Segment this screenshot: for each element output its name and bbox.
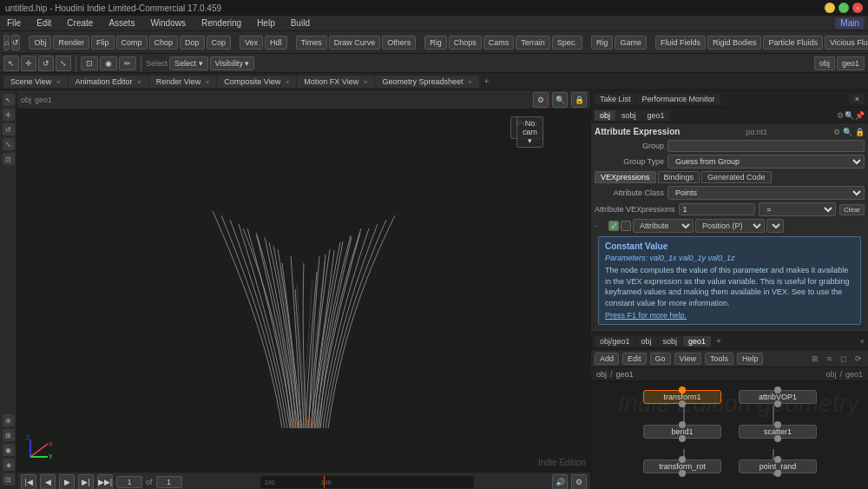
vp-settings2[interactable]: ⚙ xyxy=(571,474,587,490)
tool-obj[interactable]: Obj xyxy=(29,36,51,50)
tab-close-mfx[interactable]: × xyxy=(364,78,368,86)
vp-play-back[interactable]: |◀ xyxy=(21,474,36,490)
tool-brush[interactable]: ✏ xyxy=(119,56,136,70)
sidebar-bottom1[interactable]: ⊕ xyxy=(3,414,15,426)
node-scatter1[interactable]: scatter1 xyxy=(739,425,817,439)
attr-extra-select[interactable]: ▾ xyxy=(766,219,784,233)
tool-home[interactable]: ⌂ xyxy=(3,35,10,50)
vp-lock[interactable]: 🔒 xyxy=(571,92,587,108)
end-frame-input[interactable] xyxy=(156,476,182,488)
close-button[interactable]: × xyxy=(852,3,863,13)
menu-assets[interactable]: Assets xyxy=(105,17,138,29)
maximize-button[interactable]: □ xyxy=(838,3,849,13)
menu-edit[interactable]: Edit xyxy=(33,17,55,29)
ng-breadcrumb-obj[interactable]: obj xyxy=(596,370,607,379)
ae-grouptype-select[interactable]: Guess from Group xyxy=(667,155,865,169)
add-tab-button[interactable]: + xyxy=(480,75,494,88)
attr-extra-checkbox[interactable] xyxy=(621,221,631,231)
ng-breadcrumb-geo1[interactable]: geo1 xyxy=(616,370,634,379)
ng-go-btn[interactable]: Go xyxy=(650,353,671,365)
ng-add-tab[interactable]: + xyxy=(712,334,726,347)
tool-times[interactable]: Times xyxy=(296,36,327,50)
menu-rendering[interactable]: Rendering xyxy=(198,17,245,29)
vp-step-fwd[interactable]: ▶| xyxy=(78,474,94,490)
ae-vex-tab-vex[interactable]: VEXpressions xyxy=(595,171,656,183)
node-transform-rot[interactable]: transform_rot xyxy=(643,459,721,473)
tool-draw[interactable]: Draw Curve xyxy=(329,36,381,50)
menu-build[interactable]: Build xyxy=(287,17,313,29)
tool-rotate[interactable]: ↺ xyxy=(38,56,54,71)
tab-close-comp[interactable]: × xyxy=(286,78,290,86)
tool-render[interactable]: Render xyxy=(53,36,89,50)
tool-cams[interactable]: Cams xyxy=(483,36,515,50)
tab-animation[interactable]: Animation Editor × xyxy=(69,76,148,88)
tool-move[interactable]: ✛ xyxy=(21,56,36,71)
node-point-rand[interactable]: point_rand xyxy=(739,459,817,473)
rp-search-icon[interactable]: 🔍 xyxy=(845,111,854,120)
ae-attrvex-input[interactable] xyxy=(679,203,756,215)
ng-icon3[interactable]: ◻ xyxy=(838,354,849,364)
sidebar-scale[interactable]: ⤡ xyxy=(3,138,15,150)
sidebar-bottom5[interactable]: ⊡ xyxy=(3,473,15,486)
tool-vex[interactable]: Vex xyxy=(240,36,263,50)
ng-icon4[interactable]: ⟳ xyxy=(852,354,865,364)
tool-fluid[interactable]: Fluid Fields xyxy=(655,36,706,50)
tool-composite[interactable]: Comp xyxy=(116,36,148,50)
tool-dop[interactable]: Dop xyxy=(180,36,205,50)
ng-tab-geo1[interactable]: geo1 xyxy=(683,336,711,347)
sidebar-handle[interactable]: ⊡ xyxy=(3,153,15,165)
tab-geospread[interactable]: Geometry Spreadsheet × xyxy=(375,76,478,88)
timeline-bar[interactable]: 240 248 xyxy=(260,476,474,488)
tab-close-anim[interactable]: × xyxy=(137,78,141,86)
rp-subtab-geo1[interactable]: geo1 xyxy=(642,110,670,121)
ae-group-input[interactable] xyxy=(667,140,865,152)
tab-close-scene[interactable]: × xyxy=(56,78,61,86)
node-bend1[interactable]: bend1 xyxy=(643,425,721,439)
menu-help[interactable]: Help xyxy=(253,17,279,29)
vp-play[interactable]: ▶ xyxy=(59,474,75,490)
visibility-mode[interactable]: Visibility ▾ xyxy=(210,56,255,70)
rp-tab-perfmon[interactable]: Performance Monitor xyxy=(637,94,720,104)
ng-view-btn[interactable]: View xyxy=(674,353,701,365)
node-transform1[interactable]: transform1 xyxy=(643,390,721,404)
ng-add-btn[interactable]: Add xyxy=(595,353,619,365)
ae-gear-icon[interactable]: ⚙ xyxy=(833,128,840,136)
geo-path[interactable]: geo1 xyxy=(837,56,865,70)
current-frame-input[interactable] xyxy=(116,476,142,488)
tool-refresh[interactable]: ↺ xyxy=(11,35,20,50)
ng-tab-obj[interactable]: obj xyxy=(636,336,657,347)
tab-motionfx[interactable]: Motion FX View × xyxy=(297,76,374,88)
ae-lock-icon[interactable]: 🔒 xyxy=(855,128,865,136)
tool-game[interactable]: Game xyxy=(615,36,647,50)
tool-hdl[interactable]: Hdl xyxy=(265,36,287,50)
tool-scale[interactable]: ⤡ xyxy=(56,56,71,71)
sidebar-rotate[interactable]: ↺ xyxy=(3,123,15,135)
ae-vex-tab-bindings[interactable]: Bindings xyxy=(658,171,700,183)
minimize-button[interactable]: − xyxy=(825,3,835,13)
ae-vex-tab-generated[interactable]: Generated Code xyxy=(701,171,772,183)
tool-select[interactable]: ↖ xyxy=(3,56,19,71)
tool-rig[interactable]: Rig xyxy=(424,36,447,50)
tab-composite[interactable]: Composite View × xyxy=(217,76,296,88)
ae-clear-button[interactable]: Clear xyxy=(839,204,865,215)
tool-rig2[interactable]: Rig xyxy=(591,36,614,50)
sidebar-bottom2[interactable]: ⊞ xyxy=(3,429,15,441)
no-cam-button[interactable]: No cam ▾ xyxy=(516,116,543,148)
tool-others[interactable]: Others xyxy=(382,36,416,50)
obj-path[interactable]: obj xyxy=(814,56,835,70)
node-canvas[interactable]: Indie Edition geometry xyxy=(591,381,868,489)
tab-render[interactable]: Render View × xyxy=(149,76,217,88)
sidebar-bottom3[interactable]: ◉ xyxy=(3,444,15,456)
node-attribvop1[interactable]: attribVOP1 xyxy=(739,390,817,404)
vp-step-back[interactable]: ◀ xyxy=(40,474,56,490)
tool-soft[interactable]: ◉ xyxy=(100,56,117,70)
ng-icon2[interactable]: ≡ xyxy=(825,354,834,364)
vp-search[interactable]: 🔍 xyxy=(552,92,568,108)
tool-cop[interactable]: Cop xyxy=(207,36,232,50)
ng-edit-btn[interactable]: Edit xyxy=(622,353,647,365)
rp-close[interactable]: × xyxy=(850,94,865,104)
tool-snap[interactable]: ⊡ xyxy=(81,56,98,70)
tool-terrain[interactable]: Terrain xyxy=(516,36,550,50)
sidebar-move[interactable]: ✛ xyxy=(3,109,15,121)
tool-chop[interactable]: Chop xyxy=(149,36,179,50)
